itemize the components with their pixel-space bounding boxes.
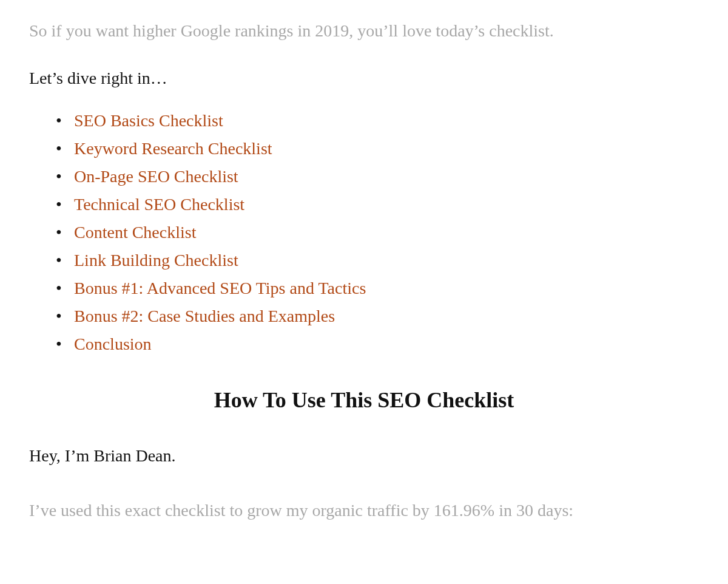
toc-item: Content Checklist (74, 220, 699, 245)
toc-item: Technical SEO Checklist (74, 192, 699, 217)
section-heading: How To Use This SEO Checklist (29, 384, 699, 416)
toc-link-seo-basics[interactable]: SEO Basics Checklist (74, 111, 223, 130)
toc-item: On-Page SEO Checklist (74, 164, 699, 189)
toc-item: Bonus #2: Case Studies and Examples (74, 304, 699, 329)
toc-item: Keyword Research Checklist (74, 136, 699, 161)
toc-link-content[interactable]: Content Checklist (74, 223, 196, 242)
toc-link-keyword-research[interactable]: Keyword Research Checklist (74, 139, 272, 158)
table-of-contents: SEO Basics Checklist Keyword Research Ch… (29, 108, 699, 357)
results-claim-line: I’ve used this exact checklist to grow m… (29, 498, 699, 523)
toc-link-bonus-2[interactable]: Bonus #2: Case Studies and Examples (74, 307, 335, 325)
toc-link-conclusion[interactable]: Conclusion (74, 334, 152, 353)
intro-paragraph: So if you want higher Google rankings in… (29, 18, 699, 44)
toc-link-technical-seo[interactable]: Technical SEO Checklist (74, 195, 244, 214)
toc-item: Link Building Checklist (74, 248, 699, 273)
toc-link-link-building[interactable]: Link Building Checklist (74, 251, 238, 270)
toc-link-on-page-seo[interactable]: On-Page SEO Checklist (74, 167, 238, 186)
intro-author-line: Hey, I’m Brian Dean. (29, 443, 699, 469)
toc-item: Conclusion (74, 331, 699, 357)
toc-item: SEO Basics Checklist (74, 108, 699, 134)
toc-item: Bonus #1: Advanced SEO Tips and Tactics (74, 276, 699, 301)
lead-in-paragraph: Let’s dive right in… (29, 66, 699, 91)
toc-link-bonus-1[interactable]: Bonus #1: Advanced SEO Tips and Tactics (74, 279, 366, 297)
